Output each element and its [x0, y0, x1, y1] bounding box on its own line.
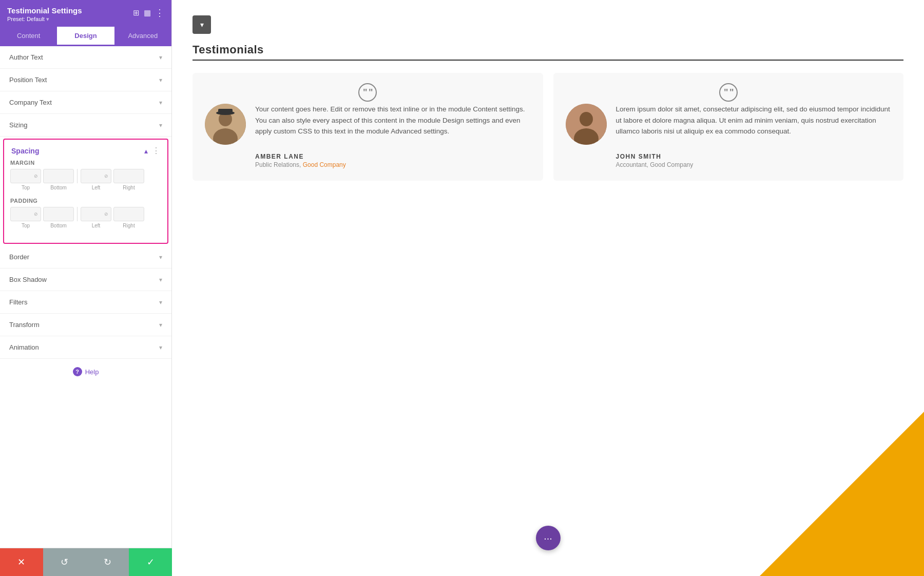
section-filters[interactable]: Filters ▾ — [0, 291, 171, 314]
panel-title: Testimonial Settings — [7, 6, 82, 15]
svg-rect-7 — [218, 109, 233, 114]
padding-top-input-wrap: ⊘ — [10, 207, 41, 221]
company-text-1: Good Company — [303, 161, 346, 168]
help-row: ? Help — [0, 359, 171, 385]
section-box-shadow[interactable]: Box Shadow ▾ — [0, 268, 171, 291]
responsive-icon[interactable]: ⊞ — [133, 8, 140, 17]
animation-chevron: ▾ — [159, 344, 162, 351]
padding-bottom-input[interactable] — [46, 211, 66, 217]
author-text-chevron: ▾ — [159, 54, 162, 61]
padding-right-group: Right — [113, 207, 144, 228]
spacing-body: Margin ⊘ Top Bottom — [4, 160, 167, 243]
testimonial-body-2: Lorem ipsum dolor sit amet, consectetur … — [566, 104, 892, 145]
svg-text:": " — [724, 87, 728, 98]
margin-bottom-input[interactable] — [46, 173, 66, 179]
margin-top-group: ⊘ Top — [10, 169, 41, 190]
padding-label: Padding — [10, 198, 161, 204]
section-title: Testimonials — [192, 43, 903, 56]
padding-top-label: Top — [22, 223, 30, 228]
panel-preset: Preset: Default ▾ — [7, 16, 82, 23]
box-shadow-label: Box Shadow — [9, 276, 47, 283]
tab-content[interactable]: Content — [0, 27, 57, 46]
padding-top-input[interactable] — [13, 211, 33, 217]
section-author-text[interactable]: Author Text ▾ — [0, 46, 171, 69]
spacing-header-icons: ▴ ⋮ — [144, 146, 160, 156]
spacing-menu-icon[interactable]: ⋮ — [152, 146, 160, 156]
padding-left-group: ⊘ Left — [81, 207, 111, 228]
fab-button[interactable]: ··· — [536, 526, 561, 550]
section-position-text[interactable]: Position Text ▾ — [0, 69, 171, 91]
redo-button[interactable]: ↻ — [86, 548, 129, 576]
margin-left-group: ⊘ Left — [81, 169, 111, 190]
border-chevron: ▾ — [159, 254, 162, 261]
filters-label: Filters — [9, 298, 27, 306]
more-options-icon[interactable]: ⋮ — [155, 7, 164, 18]
cancel-button[interactable]: ✕ — [0, 548, 43, 576]
company-text-chevron: ▾ — [159, 99, 162, 106]
margin-label: Margin — [10, 160, 161, 166]
author-position-2: Accountant, Good Company — [616, 161, 892, 168]
margin-top-input[interactable] — [13, 173, 33, 179]
testimonial-card-1: " " — [192, 73, 543, 181]
panel-body: Author Text ▾ Position Text ▾ Company Te… — [0, 46, 171, 576]
padding-inputs: ⊘ Top Bottom ⊘ — [10, 207, 161, 228]
save-button[interactable]: ✓ — [129, 548, 172, 576]
section-company-text[interactable]: Company Text ▾ — [0, 91, 171, 114]
padding-left-input[interactable] — [84, 211, 103, 217]
spacing-header[interactable]: Spacing ▴ ⋮ — [4, 140, 167, 160]
margin-top-link-icon[interactable]: ⊘ — [34, 174, 38, 179]
undo-button[interactable]: ↺ — [43, 548, 86, 576]
padding-left-link-icon[interactable]: ⊘ — [104, 212, 108, 217]
author-info-2: JOHN SMITH Accountant, Good Company — [566, 153, 892, 168]
padding-divider — [77, 207, 78, 221]
tab-design[interactable]: Design — [57, 27, 114, 46]
margin-divider — [77, 169, 78, 183]
padding-bottom-group: Bottom — [43, 207, 74, 228]
margin-left-input[interactable] — [84, 173, 103, 179]
author-text-label: Author Text — [9, 53, 43, 61]
corner-decoration — [760, 412, 924, 576]
panel-tabs: Content Design Advanced — [0, 27, 171, 46]
margin-bottom-group: Bottom — [43, 169, 74, 190]
margin-right-group: Right — [113, 169, 144, 190]
quote-icon-2: " " — [719, 83, 738, 105]
panel-header: Testimonial Settings Preset: Default ▾ ⊞… — [0, 0, 171, 27]
section-border[interactable]: Border ▾ — [0, 246, 171, 268]
position-text-1: Public Relations, — [255, 161, 303, 168]
avatar-img-2 — [566, 104, 607, 145]
spacing-section: Spacing ▴ ⋮ Margin ⊘ Top — [3, 139, 168, 244]
margin-left-link-icon[interactable]: ⊘ — [104, 174, 108, 179]
section-transform[interactable]: Transform ▾ — [0, 314, 171, 336]
margin-bottom-input-wrap — [43, 169, 74, 183]
svg-point-0 — [359, 84, 376, 101]
help-button[interactable]: ? Help — [73, 367, 99, 376]
columns-icon[interactable]: ▦ — [144, 8, 151, 17]
settings-panel: Testimonial Settings Preset: Default ▾ ⊞… — [0, 0, 172, 576]
margin-right-input[interactable] — [117, 173, 136, 179]
padding-bottom-label: Bottom — [50, 223, 67, 228]
padding-right-input[interactable] — [117, 211, 136, 217]
margin-left-input-wrap: ⊘ — [81, 169, 111, 183]
testimonial-text-1: Your content goes here. Edit or remove t… — [255, 104, 531, 145]
spacing-collapse-icon[interactable]: ▴ — [144, 147, 148, 155]
padding-right-label: Right — [123, 223, 134, 228]
sizing-chevron: ▾ — [159, 122, 162, 129]
tab-advanced[interactable]: Advanced — [114, 27, 171, 46]
padding-right-input-wrap — [113, 207, 144, 221]
svg-text:": " — [369, 87, 373, 98]
svg-text:": " — [363, 87, 368, 98]
panel-header-actions: ⊞ ▦ ⋮ — [133, 6, 164, 18]
filters-chevron: ▾ — [159, 299, 162, 306]
padding-left-input-wrap: ⊘ — [81, 207, 111, 221]
section-sizing[interactable]: Sizing ▾ — [0, 114, 171, 137]
padding-left-label: Left — [92, 223, 101, 228]
help-label: Help — [85, 368, 99, 376]
avatar-2 — [566, 104, 607, 145]
sizing-label: Sizing — [9, 121, 27, 129]
section-animation[interactable]: Animation ▾ — [0, 336, 171, 359]
padding-top-link-icon[interactable]: ⊘ — [34, 212, 38, 217]
margin-right-label: Right — [123, 185, 134, 190]
transform-chevron: ▾ — [159, 321, 162, 329]
border-label: Border — [9, 253, 29, 261]
panel-footer: ✕ ↺ ↻ ✓ — [0, 548, 172, 576]
